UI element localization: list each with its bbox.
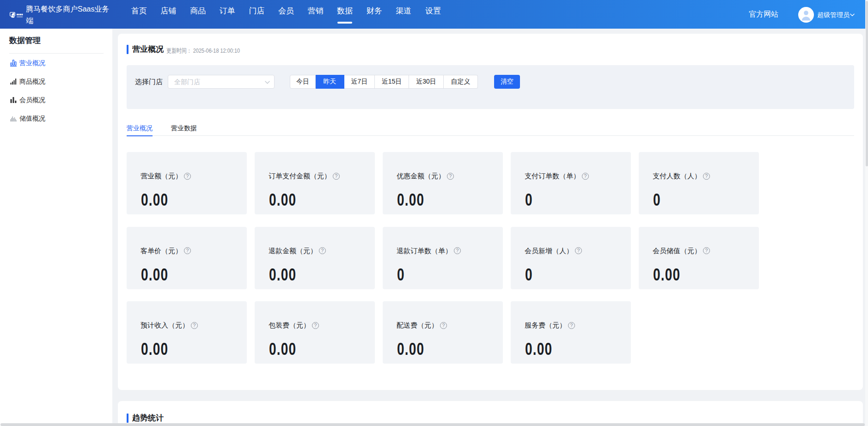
help-icon[interactable]: ? xyxy=(447,173,454,180)
stat-label: 营业额（元）? xyxy=(141,172,191,180)
help-icon[interactable]: ? xyxy=(575,247,582,254)
stat-label: 退款订单数（单）? xyxy=(397,247,461,255)
stat-label: 配送费（元）? xyxy=(397,322,447,329)
nav-item-label: 渠道 xyxy=(396,7,411,15)
help-icon[interactable]: ? xyxy=(312,322,319,329)
section-accent-bar xyxy=(127,45,128,54)
stat-value: 0 xyxy=(525,190,533,210)
stat-label-text: 配送费（元） xyxy=(397,322,438,329)
nav-item-label: 首页 xyxy=(131,7,147,15)
nav-item-5[interactable]: 门店 xyxy=(249,0,264,29)
help-icon[interactable]: ? xyxy=(184,173,191,180)
stat-value: 0.00 xyxy=(653,265,680,285)
range-button-2[interactable]: 昨天 xyxy=(316,75,344,89)
help-icon[interactable]: ? xyxy=(319,247,326,254)
sidebar-item-label: 商品概况 xyxy=(19,78,45,85)
help-icon[interactable]: ? xyxy=(184,247,191,254)
stat-label: 会员储值（元）? xyxy=(653,247,710,255)
vertical-scrollbar-thumb[interactable] xyxy=(866,1,868,166)
updated-time-value: 2025-06-18 12:00:10 xyxy=(193,47,240,54)
page-title: 营业概况 xyxy=(132,45,164,54)
stat-label-text: 服务费（元） xyxy=(525,322,566,329)
official-site-link[interactable]: 官方网站 xyxy=(749,11,778,18)
stat-label-text: 会员新增（人） xyxy=(525,247,573,255)
overview-card: 营业概况 更新时间： 2025-06-18 12:00:10 选择门店 全部门店… xyxy=(118,34,863,390)
nav-item-label: 门店 xyxy=(249,7,264,15)
sidebar-item-label: 储值概况 xyxy=(19,115,45,122)
avatar[interactable] xyxy=(798,7,814,23)
stat-card-3: 优惠金额（元）?0.00 xyxy=(383,152,503,214)
nav-item-label: 营销 xyxy=(308,7,324,15)
nav-item-2[interactable]: 店铺 xyxy=(161,0,177,29)
help-icon[interactable]: ? xyxy=(582,173,589,180)
horizontal-scrollbar-thumb[interactable] xyxy=(0,423,865,426)
sidebar-menu: 营业概况商品概况会员概况储值概况 xyxy=(0,54,112,128)
range-button-4[interactable]: 近15日 xyxy=(375,75,409,89)
help-icon[interactable]: ? xyxy=(440,322,447,329)
updated-time-label: 更新时间： xyxy=(166,47,192,54)
brand-title: 腾马餐饮多商户Saas业务端 xyxy=(26,3,115,26)
stat-card-5: 支付人数（人）?0 xyxy=(639,152,759,214)
nav-item-10[interactable]: 渠道 xyxy=(396,0,411,29)
stat-label-text: 包装费（元） xyxy=(269,322,310,329)
nav-item-label: 数据 xyxy=(337,7,353,15)
top-navbar: 腾马餐饮多商户Saas业务端 首页店铺商品订单门店会员营销数据财务渠道设置 官方… xyxy=(0,0,865,29)
help-icon[interactable]: ? xyxy=(454,247,461,254)
section-accent-bar xyxy=(127,414,128,423)
chevron-down-icon[interactable] xyxy=(850,13,855,17)
horizontal-scrollbar[interactable] xyxy=(0,423,865,426)
sidebar-item-1[interactable]: 营业概况 xyxy=(0,54,112,72)
tab-1[interactable]: 营业概况 xyxy=(127,122,153,136)
trend-card: 趋势统计 xyxy=(118,401,863,426)
range-button-5[interactable]: 近30日 xyxy=(409,75,444,89)
nav-item-3[interactable]: 商品 xyxy=(190,0,206,29)
stat-value: 0.00 xyxy=(141,190,168,210)
updated-time: 更新时间： 2025-06-18 12:00:10 xyxy=(166,47,240,55)
nav-item-9[interactable]: 财务 xyxy=(367,0,382,29)
bar-chart-outline-icon xyxy=(10,60,17,68)
store-select-label: 选择门店 xyxy=(135,78,163,85)
stat-card-12: 包装费（元）?0.00 xyxy=(255,301,375,364)
stat-card-1: 营业额（元）?0.00 xyxy=(127,152,247,214)
sidebar-item-4[interactable]: 储值概况 xyxy=(0,109,112,128)
store-select[interactable]: 全部门店 xyxy=(168,75,275,89)
stat-label-text: 退款金额（元） xyxy=(269,247,317,255)
nav-item-6[interactable]: 会员 xyxy=(278,0,294,29)
stat-value: 0.00 xyxy=(269,265,296,285)
stat-card-4: 支付订单数（单）?0 xyxy=(511,152,631,214)
stat-label-text: 会员储值（元） xyxy=(653,247,701,255)
stat-value: 0 xyxy=(397,265,405,285)
vertical-scrollbar[interactable] xyxy=(865,0,868,426)
nav-item-11[interactable]: 设置 xyxy=(425,0,441,29)
clear-button[interactable]: 清空 xyxy=(494,75,520,89)
range-button-6[interactable]: 自定义 xyxy=(444,75,478,89)
stat-card-13: 配送费（元）?0.00 xyxy=(383,301,503,364)
nav-item-1[interactable]: 首页 xyxy=(131,0,147,29)
nav-item-7[interactable]: 营销 xyxy=(308,0,324,29)
stat-label-text: 退款订单数（单） xyxy=(397,247,452,255)
help-icon[interactable]: ? xyxy=(333,173,340,180)
stat-label: 支付人数（人）? xyxy=(653,172,710,180)
stat-label: 客单价（元）? xyxy=(141,247,191,255)
stat-value: 0.00 xyxy=(141,265,168,285)
range-button-3[interactable]: 近7日 xyxy=(344,75,375,89)
stat-label-text: 支付订单数（单） xyxy=(525,172,580,180)
filter-panel: 选择门店 全部门店 今日昨天近7日近15日近30日自定义 清空 xyxy=(127,65,854,109)
range-button-1[interactable]: 今日 xyxy=(290,75,316,89)
stat-value: 0.00 xyxy=(397,340,424,359)
nav-item-4[interactable]: 订单 xyxy=(220,0,235,29)
help-icon[interactable]: ? xyxy=(568,322,575,329)
help-icon[interactable]: ? xyxy=(191,322,198,329)
stat-label: 服务费（元）? xyxy=(525,322,575,329)
brand-logo-icon xyxy=(10,12,15,19)
stat-label: 支付订单数（单）? xyxy=(525,172,589,180)
nav-item-label: 财务 xyxy=(367,7,382,15)
sidebar-item-3[interactable]: 会员概况 xyxy=(0,91,112,109)
user-name[interactable]: 超级管理员 xyxy=(817,12,850,18)
sidebar-item-2[interactable]: 商品概况 xyxy=(0,72,112,91)
help-icon[interactable]: ? xyxy=(703,173,710,180)
tab-2[interactable]: 营业数据 xyxy=(171,122,197,136)
stat-card-7: 退款金额（元）?0.00 xyxy=(255,227,375,289)
help-icon[interactable]: ? xyxy=(703,247,710,254)
nav-item-8[interactable]: 数据 xyxy=(337,0,353,29)
